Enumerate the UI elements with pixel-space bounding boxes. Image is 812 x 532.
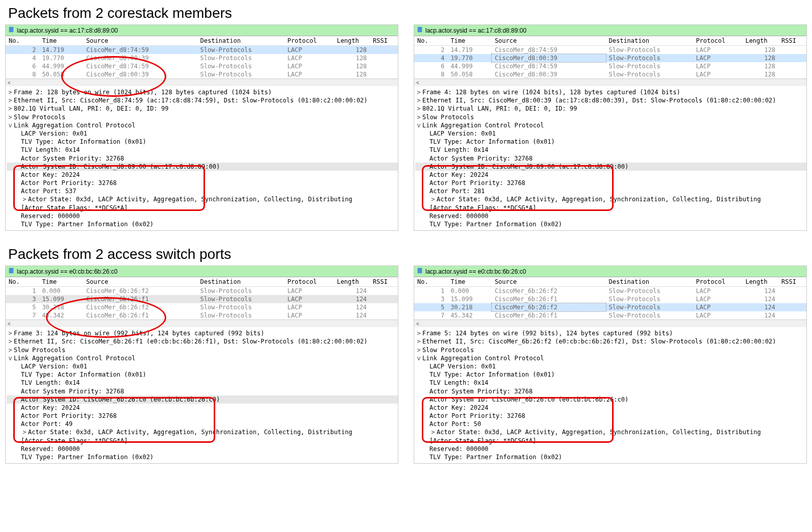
filter-text: lacp.actor.sysid == ac:17:c8:d8:89:00 <box>425 27 526 34</box>
packet-row[interactable]: 419.770CiscoMer_d8:00:39Slow-ProtocolsLA… <box>414 54 806 62</box>
col-dst[interactable]: Destination <box>197 36 285 46</box>
packet-list[interactable]: No. Time Source Destination Protocol Len… <box>414 277 806 320</box>
scroll-left-icon[interactable]: < <box>414 78 806 86</box>
svg-rect-0 <box>9 27 14 33</box>
filter-bookmark-icon <box>416 26 423 35</box>
display-filter[interactable]: lacp.actor.sysid == ac:17:c8:d8:89:00 <box>6 25 398 36</box>
packet-row[interactable]: 10.000CiscoMer_6b:26:f2Slow-ProtocolsLAC… <box>6 287 398 296</box>
scroll-left-icon[interactable]: < <box>414 320 806 327</box>
packet-row[interactable]: 315.099CiscoMer_6b:26:f1Slow-ProtocolsLA… <box>414 295 806 303</box>
scroll-left-icon[interactable]: < <box>6 320 398 327</box>
packet-row[interactable]: 850.058CiscoMer_d8:00:39Slow-ProtocolsLA… <box>6 70 398 78</box>
packet-details[interactable]: >Frame 4: 128 bytes on wire (1024 bits),… <box>414 86 806 230</box>
filter-text: lacp.actor.sysid == ac:17:c8:d8:89:00 <box>17 27 118 34</box>
section-title-bottom: Packets from 2 access switch ports <box>8 246 807 262</box>
packet-row[interactable]: 530.218CiscoMer_6b:26:f2Slow-ProtocolsLA… <box>414 303 806 311</box>
svg-rect-1 <box>418 27 422 33</box>
packet-row[interactable]: 419.770CiscoMer_d8:00:39Slow-ProtocolsLA… <box>6 54 398 62</box>
filter-text: lacp.actor.sysid == e0:cb:bc:6b:26:c0 <box>425 268 526 275</box>
packet-row[interactable]: 530.218CiscoMer_6b:26:f2Slow-ProtocolsLA… <box>6 303 398 311</box>
col-len[interactable]: Length <box>334 36 370 46</box>
col-proto[interactable]: Protocol <box>284 36 334 46</box>
scroll-left-icon[interactable]: < <box>6 78 398 86</box>
packet-list[interactable]: No. Time Source Destination Protocol Len… <box>6 277 398 320</box>
filter-text: lacp.actor.sysid == e0:cb:bc:6b:26:c0 <box>17 268 117 275</box>
filter-bookmark-icon <box>8 267 15 276</box>
svg-rect-2 <box>9 268 14 274</box>
display-filter[interactable]: lacp.actor.sysid == ac:17:c8:d8:89:00 <box>414 25 806 36</box>
packet-row[interactable]: 214.719CiscoMer_d8:74:59Slow-ProtocolsLA… <box>414 46 806 55</box>
col-no[interactable]: No. <box>6 36 39 46</box>
display-filter[interactable]: lacp.actor.sysid == e0:cb:bc:6b:26:c0 <box>414 266 806 277</box>
section-title-top: Packets from 2 corestack members <box>8 5 807 21</box>
col-rssi[interactable]: RSSI <box>370 36 398 46</box>
packet-list[interactable]: No. Time Source Destination Protocol Len… <box>6 36 398 78</box>
svg-rect-3 <box>418 268 422 274</box>
packet-details[interactable]: >Frame 2: 128 bytes on wire (1024 bits),… <box>6 86 398 230</box>
packet-row[interactable]: 644.999CiscoMer_d8:74:59Slow-ProtocolsLA… <box>6 62 398 70</box>
packet-row[interactable]: 214.719CiscoMer_d8:74:59Slow-ProtocolsLA… <box>6 46 398 55</box>
packet-list[interactable]: No. Time Source Destination Protocol Len… <box>414 36 806 78</box>
packet-row[interactable]: 10.000CiscoMer_6b:26:f2Slow-ProtocolsLAC… <box>414 287 806 296</box>
col-time[interactable]: Time <box>39 36 83 46</box>
display-filter[interactable]: lacp.actor.sysid == e0:cb:bc:6b:26:c0 <box>6 266 398 277</box>
filter-bookmark-icon <box>8 26 15 35</box>
packet-row[interactable]: 745.342CiscoMer_6b:26:f1Slow-ProtocolsLA… <box>6 311 398 320</box>
packet-row[interactable]: 315.099CiscoMer_6b:26:f1Slow-ProtocolsLA… <box>6 295 398 303</box>
filter-bookmark-icon <box>416 267 423 276</box>
packet-details[interactable]: >Frame 5: 124 bytes on wire (992 bits), … <box>414 327 806 463</box>
packet-row[interactable]: 644.999CiscoMer_d8:74:59Slow-ProtocolsLA… <box>414 62 806 70</box>
packet-row[interactable]: 745.342CiscoMer_6b:26:f1Slow-ProtocolsLA… <box>414 311 806 320</box>
packet-row[interactable]: 850.058CiscoMer_d8:00:39Slow-ProtocolsLA… <box>414 70 806 78</box>
col-src[interactable]: Source <box>83 36 197 46</box>
packet-details[interactable]: >Frame 3: 124 bytes on wire (992 bits), … <box>6 327 398 463</box>
